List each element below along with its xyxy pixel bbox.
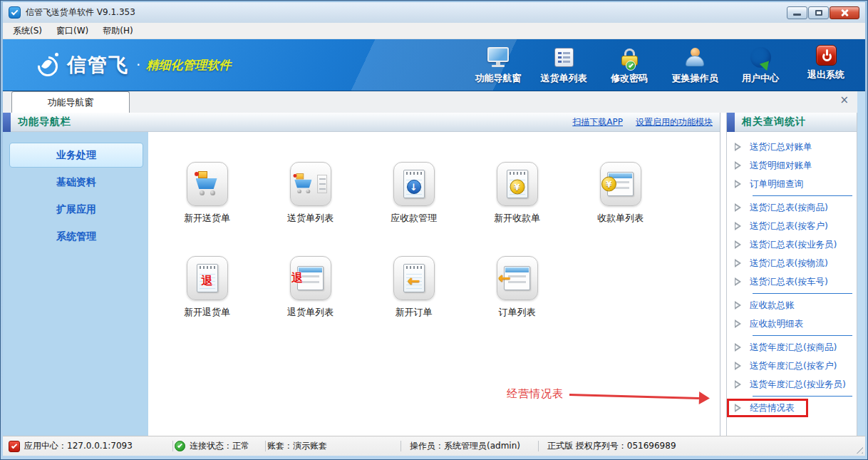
- query-panel-header: 相关查询统计: [727, 113, 857, 132]
- menu-help[interactable]: 帮助(H): [95, 23, 140, 39]
- return-list-window-icon: 退: [290, 256, 331, 300]
- new-receipt-notepad-icon: ¥: [497, 162, 538, 206]
- query-list-item[interactable]: 经营情况表: [727, 399, 808, 417]
- brand-tagline: 精细化管理软件: [146, 57, 231, 73]
- sidebar-item-business[interactable]: 业务处理: [9, 143, 143, 168]
- left-badge-icon: ←: [498, 270, 511, 287]
- maximize-button[interactable]: [808, 6, 829, 19]
- switch-operator-icon: [686, 45, 704, 69]
- exit-power-icon: [816, 45, 837, 66]
- query-list-item[interactable]: 订单明细查询: [727, 175, 857, 193]
- delivery-list-button[interactable]: 送货单列表: [534, 45, 593, 85]
- nav-panel-header: 功能导航栏 扫描下载APP 设置启用的功能模块: [3, 113, 720, 132]
- tui-badge-icon: 退: [291, 271, 303, 286]
- query-item-label: 应收款明细表: [750, 318, 803, 330]
- triangle-icon: [735, 277, 741, 286]
- query-list-item[interactable]: 送货汇总表(按车号): [727, 272, 857, 291]
- left-badge-icon: ←: [408, 272, 420, 290]
- grid-item[interactable]: ¥收款单列表: [569, 162, 672, 256]
- exit-system-button[interactable]: 退出系统: [797, 45, 855, 85]
- grid-item[interactable]: ¥新开收款单: [465, 162, 569, 256]
- app-window: 信管飞送货单软件 V9.1.353 系统(S) 窗口(W) 帮助(H) 信管飞 …: [0, 0, 868, 460]
- switch-operator-button[interactable]: 更换操作员: [666, 45, 724, 85]
- triangle-icon: [735, 259, 741, 267]
- tab-strip: 功能导航窗 ×: [3, 91, 857, 113]
- enabled-modules-link[interactable]: 设置启用的功能模块: [636, 116, 713, 128]
- query-list-item[interactable]: 送货明细对账单: [727, 156, 857, 175]
- grid-item[interactable]: ←订单列表: [465, 256, 569, 350]
- triangle-icon: [735, 380, 741, 389]
- grid-item[interactable]: ←新开订单: [362, 256, 465, 350]
- query-item-label: 订单明细查询: [750, 178, 803, 190]
- receivables-notepad-icon: ↓: [393, 162, 435, 206]
- grid-row-1: 新开送货单送货单列表↓应收款管理¥新开收款单¥收款单列表: [155, 162, 720, 256]
- query-divider: [753, 195, 852, 196]
- sidebar-item-basic-data[interactable]: 基础资料: [9, 170, 143, 195]
- grid-item-label: 新开退货单: [184, 306, 230, 319]
- minimize-button[interactable]: [787, 6, 807, 19]
- query-list-item[interactable]: 应收款总账: [727, 296, 857, 315]
- query-list-item[interactable]: 送货年度汇总(按客户): [727, 357, 857, 375]
- scan-download-app-link[interactable]: 扫描下载APP: [572, 116, 623, 128]
- new-return-notepad-icon: 退: [187, 256, 228, 300]
- grid-item[interactable]: 新开送货单: [155, 162, 259, 256]
- query-item-label: 送货汇总表(按业务员): [750, 239, 837, 251]
- delivery-list-cart-icon: [290, 162, 331, 206]
- query-list-item[interactable]: 送货汇总对账单: [727, 138, 857, 156]
- annotation-label: 经营情况表: [507, 387, 564, 401]
- app-center-logo-icon: [9, 441, 20, 452]
- tab-nav-window[interactable]: 功能导航窗: [11, 91, 130, 113]
- workspace: 功能导航窗 × 功能导航栏 扫描下载APP 设置启用的功能模块 业务处理 基础资…: [3, 91, 865, 436]
- sidebar: 业务处理 基础资料 扩展应用 系统管理: [3, 132, 148, 436]
- minimize-icon: [793, 14, 801, 16]
- annotation: 经营情况表: [507, 387, 710, 401]
- grid-item[interactable]: 退新开退货单: [155, 256, 259, 350]
- grid-item[interactable]: 送货单列表: [259, 162, 362, 256]
- coin-badge-icon: ¥: [510, 180, 525, 195]
- brand-separator: ·: [136, 56, 140, 73]
- change-password-button[interactable]: 修改密码: [600, 45, 658, 85]
- connection-ok-icon: [175, 441, 185, 451]
- query-item-label: 送货年度汇总(按业务员): [750, 379, 846, 391]
- query-list-item[interactable]: 送货汇总表(按物流): [727, 254, 857, 272]
- order-list-window-icon: ←: [497, 256, 538, 300]
- query-item-label: 送货汇总表(按客户): [750, 220, 828, 232]
- query-item-label: 送货汇总表(按商品): [750, 202, 828, 214]
- grid-item[interactable]: ↓应收款管理: [362, 162, 465, 256]
- nav-window-button[interactable]: 功能导航窗: [469, 45, 527, 85]
- annotation-arrow-icon: [569, 388, 710, 404]
- query-list-item[interactable]: 送货汇总表(按业务员): [727, 235, 857, 254]
- triangle-icon: [735, 301, 741, 310]
- triangle-icon: [735, 240, 741, 249]
- new-order-notepad-icon: ←: [393, 256, 435, 300]
- grid-item[interactable]: 退退货单列表: [259, 256, 362, 350]
- sidebar-item-extensions[interactable]: 扩展应用: [9, 197, 143, 222]
- query-item-label: 送货明细对账单: [750, 160, 812, 172]
- header-toolbar: 功能导航窗 送货单列表 修改密码 更换操作员 用户中心 退出系统: [469, 45, 855, 85]
- grid-item-label: 新开收款单: [494, 212, 540, 225]
- menu-window[interactable]: 窗口(W): [49, 23, 95, 39]
- query-item-label: 送货年度汇总(按客户): [750, 360, 837, 372]
- query-item-label: 经营情况表: [750, 402, 795, 414]
- user-center-button[interactable]: 用户中心: [731, 45, 790, 85]
- menu-system[interactable]: 系统(S): [6, 23, 49, 39]
- query-divider: [753, 335, 852, 336]
- app-logo-icon: [9, 6, 21, 19]
- query-list-item[interactable]: 送货年度汇总(按商品): [727, 338, 857, 357]
- status-account: 账套：演示账套: [267, 440, 399, 452]
- close-button[interactable]: [830, 6, 859, 19]
- query-list-item[interactable]: 送货汇总表(按客户): [727, 217, 857, 235]
- sidebar-item-system[interactable]: 系统管理: [9, 224, 143, 249]
- status-operator: 操作员：系统管理员(admin): [403, 440, 537, 452]
- query-list-item[interactable]: 送货年度汇总(按业务员): [727, 375, 857, 394]
- query-list-item[interactable]: 应收款明细表: [727, 315, 857, 333]
- tab-close-icon[interactable]: ×: [839, 95, 849, 106]
- new-delivery-cart-icon: [187, 162, 228, 206]
- triangle-icon: [735, 343, 741, 352]
- query-list-item[interactable]: 送货汇总表(按商品): [727, 198, 857, 217]
- accent-bar: [3, 113, 11, 132]
- accent-bar: [727, 113, 735, 132]
- window-title: 信管飞送货单软件 V9.1.353: [26, 6, 135, 19]
- brand-name: 信管飞: [67, 52, 129, 78]
- down-badge-icon: ↓: [407, 180, 421, 194]
